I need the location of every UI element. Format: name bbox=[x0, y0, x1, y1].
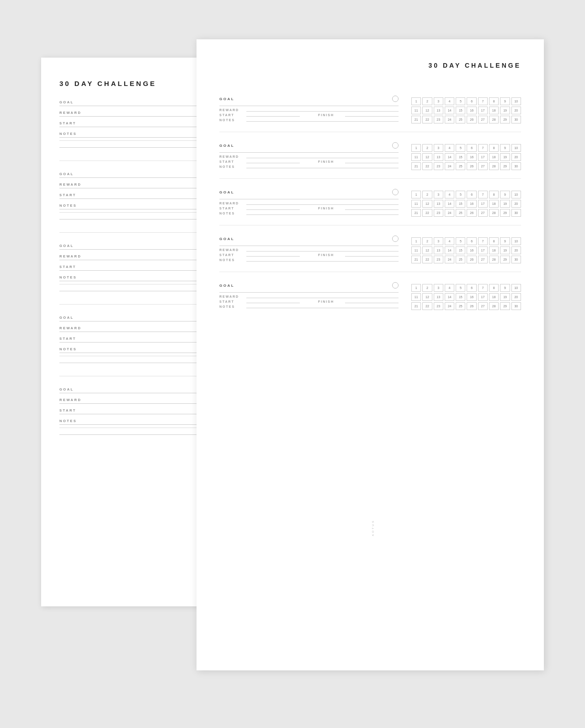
right-goal-label-3: GOAL bbox=[219, 190, 234, 194]
goal-label-3: GOAL bbox=[59, 244, 215, 248]
right-reward-label-2: REWARD bbox=[219, 155, 245, 158]
right-reward-label-1: REWARD bbox=[219, 108, 245, 112]
start-label-3: START bbox=[59, 265, 76, 269]
right-notes-label-1: NOTES bbox=[219, 118, 245, 122]
right-goal-block-3: GOAL REWARD START FINISH bbox=[219, 189, 521, 225]
right-goal-label-1: GOAL bbox=[219, 97, 234, 101]
number-grid-3: 12345678910 11121314151617181920 2122232… bbox=[411, 189, 521, 217]
reward-label-2: REWARD bbox=[59, 182, 215, 187]
left-goal-block-2: GOAL REWARD START FINISH NOTES bbox=[59, 172, 215, 219]
start-label-1: START bbox=[59, 121, 76, 125]
notes-label-5: NOTES bbox=[59, 419, 215, 423]
reward-label-4: REWARD bbox=[59, 326, 215, 330]
notes-label-2: NOTES bbox=[59, 203, 215, 208]
left-goal-block-4: GOAL REWARD START FINISH NOTES bbox=[59, 316, 215, 363]
spine-label: KOTUS bbox=[372, 174, 374, 536]
right-goal-label-2: GOAL bbox=[219, 144, 234, 148]
notes-label-3: NOTES bbox=[59, 275, 215, 279]
circle-icon-3 bbox=[392, 189, 399, 195]
right-goal-label-5: GOAL bbox=[219, 284, 234, 288]
right-reward-label-4: REWARD bbox=[219, 248, 245, 252]
notes-label-1: NOTES bbox=[59, 132, 215, 136]
right-page-title: 30 DAY CHALLENGE bbox=[429, 62, 521, 69]
right-goal-block-1: GOAL REWARD START FINISH bbox=[219, 96, 521, 132]
right-reward-label-5: REWARD bbox=[219, 295, 245, 298]
number-grid-2: 12345678910 11121314151617181920 2122232… bbox=[411, 142, 521, 170]
right-notes-label-4: NOTES bbox=[219, 258, 245, 262]
right-goal-block-2: GOAL REWARD START FINISH bbox=[219, 142, 521, 179]
goal-label-4: GOAL bbox=[59, 316, 215, 320]
notes-label-4: NOTES bbox=[59, 347, 215, 351]
start-label-5: START bbox=[59, 408, 76, 412]
number-grid-4: 12345678910 11121314151617181920 2122232… bbox=[411, 236, 521, 263]
right-notes-label-5: NOTES bbox=[219, 305, 245, 308]
circle-icon-2 bbox=[392, 142, 399, 149]
right-finish-label-3: FINISH bbox=[318, 207, 343, 210]
circle-icon-5 bbox=[392, 282, 399, 289]
goal-label-1: GOAL bbox=[59, 100, 215, 104]
right-page: KOTUS 30 DAY CHALLENGE GOAL REWARD bbox=[197, 39, 544, 670]
reward-label-3: REWARD bbox=[59, 254, 215, 258]
start-label-4: START bbox=[59, 337, 76, 341]
page-container: 30 DAY CHALLENGE GOAL REWARD START FINIS… bbox=[41, 39, 544, 689]
left-goal-block-3: GOAL REWARD START FINISH NOTES bbox=[59, 244, 215, 291]
number-grid-5: 12345678910 11121314151617181920 2122232… bbox=[411, 282, 521, 310]
right-finish-label-4: FINISH bbox=[318, 253, 343, 257]
left-goal-block-5: GOAL REWARD START FINISH NOTES bbox=[59, 387, 215, 435]
right-finish-label-2: FINISH bbox=[318, 160, 343, 163]
right-reward-label-3: REWARD bbox=[219, 202, 245, 205]
start-label-2: START bbox=[59, 193, 76, 197]
circle-icon-1 bbox=[392, 96, 399, 102]
left-page-title: 30 DAY CHALLENGE bbox=[59, 80, 215, 87]
reward-label-1: REWARD bbox=[59, 111, 215, 115]
right-start-label-4: START bbox=[219, 253, 245, 257]
number-grid-1: 12345678910 11121314151617181920 2122232… bbox=[411, 96, 521, 123]
reward-label-5: REWARD bbox=[59, 398, 215, 402]
left-goal-block-1: GOAL REWARD START FINISH NOTES bbox=[59, 100, 215, 148]
right-finish-label-5: FINISH bbox=[318, 300, 343, 303]
right-goal-block-4: GOAL REWARD START FINISH bbox=[219, 236, 521, 272]
right-start-label-1: START bbox=[219, 113, 245, 117]
right-start-label-2: START bbox=[219, 160, 245, 163]
right-start-label-5: START bbox=[219, 300, 245, 303]
right-notes-label-2: NOTES bbox=[219, 165, 245, 168]
right-finish-label-1: FINISH bbox=[318, 113, 343, 117]
circle-icon-4 bbox=[392, 236, 399, 242]
right-goal-label-4: GOAL bbox=[219, 237, 234, 241]
right-goal-block-5: GOAL REWARD START FINISH bbox=[219, 282, 521, 318]
goal-label-2: GOAL bbox=[59, 172, 215, 176]
right-notes-label-3: NOTES bbox=[219, 212, 245, 215]
goal-label-5: GOAL bbox=[59, 387, 215, 391]
right-start-label-3: START bbox=[219, 207, 245, 210]
